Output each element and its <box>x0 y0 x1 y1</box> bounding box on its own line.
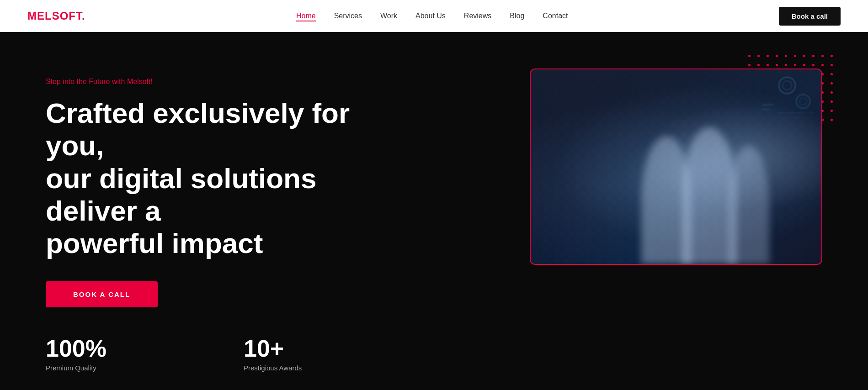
svg-point-0 <box>779 77 795 94</box>
hero-image-wrapper: // Generate dots inline document.current… <box>530 69 822 265</box>
hero-image-placeholder <box>531 69 821 264</box>
brand-name: MELSOFT <box>27 10 82 22</box>
hero-tagline: Step into the Future with Melsoft! <box>46 78 366 86</box>
nav-item-contact[interactable]: Contact <box>543 12 568 20</box>
nav-item-about[interactable]: About Us <box>415 12 446 20</box>
stat-awards-number: 10+ <box>244 335 302 362</box>
nav-item-home[interactable]: Home <box>296 12 316 20</box>
stat-quality-label: Premium Quality <box>46 364 107 372</box>
brand-period: . <box>82 10 85 22</box>
hero-heading-line3: powerful impact <box>46 227 263 259</box>
tech-overlay <box>760 76 815 124</box>
navbar: MELSOFT. Home Services Work About Us Rev… <box>0 0 868 32</box>
stat-awards-label: Prestigious Awards <box>244 364 302 372</box>
person-silhouette-2 <box>682 127 737 264</box>
svg-point-3 <box>799 98 807 105</box>
hero-left: Step into the Future with Melsoft! Craft… <box>46 69 366 307</box>
hero-content: Step into the Future with Melsoft! Craft… <box>46 69 822 307</box>
hero-heading-line1: Crafted exclusively for you, <box>46 97 350 161</box>
nav-item-work[interactable]: Work <box>380 12 397 20</box>
nav-links: Home Services Work About Us Reviews Blog… <box>296 12 568 20</box>
stat-quality-number: 100% <box>46 335 107 362</box>
nav-item-services[interactable]: Services <box>334 12 362 20</box>
svg-point-2 <box>796 95 810 108</box>
person-silhouette-1 <box>641 136 692 264</box>
svg-rect-7 <box>762 108 770 111</box>
svg-point-1 <box>783 81 792 90</box>
hero-book-call-button[interactable]: BOOK A CALL <box>46 281 158 307</box>
book-call-button[interactable]: Book a call <box>779 7 841 26</box>
stat-awards: 10+ Prestigious Awards <box>244 335 302 372</box>
hero-section: Step into the Future with Melsoft! Craft… <box>0 32 868 390</box>
hero-image-frame <box>530 69 822 265</box>
brand-logo[interactable]: MELSOFT. <box>27 10 85 22</box>
nav-item-blog[interactable]: Blog <box>510 12 524 20</box>
stat-quality: 100% Premium Quality <box>46 335 107 372</box>
svg-rect-6 <box>762 104 773 106</box>
nav-item-reviews[interactable]: Reviews <box>464 12 491 20</box>
hero-heading: Crafted exclusively for you, our digital… <box>46 97 366 259</box>
person-silhouette-3 <box>728 145 769 264</box>
hero-heading-line2: our digital solutions deliver a <box>46 163 316 227</box>
hero-stats: 100% Premium Quality 10+ Prestigious Awa… <box>46 335 822 372</box>
